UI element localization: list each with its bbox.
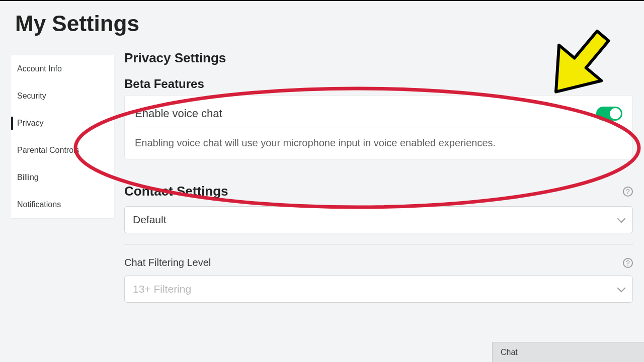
sidebar-item-account-info[interactable]: Account Info (11, 55, 114, 82)
sidebar-item-billing[interactable]: Billing (11, 164, 114, 191)
divider (124, 314, 633, 314)
page-title: My Settings (0, 1, 644, 41)
help-icon[interactable]: ? (623, 187, 633, 197)
enable-voice-chat-row: Enable voice chat (135, 103, 622, 128)
sidebar-item-privacy[interactable]: Privacy (11, 110, 114, 137)
chat-bar-label: Chat (501, 348, 518, 357)
enable-voice-chat-description: Enabling voice chat will use your microp… (135, 128, 622, 149)
beta-features-card: Enable voice chat Enabling voice chat wi… (124, 95, 633, 159)
chat-filtering-label: Chat Filtering Level (124, 257, 211, 268)
contact-settings-select[interactable]: Default (124, 206, 633, 233)
sidebar-item-security[interactable]: Security (11, 82, 114, 110)
contact-settings-value: Default (133, 214, 167, 226)
settings-content: Privacy Settings Beta Features Enable vo… (114, 41, 633, 314)
settings-sidebar: Account Info Security Privacy Parental C… (11, 55, 114, 218)
chat-bar[interactable]: Chat (492, 342, 644, 362)
sidebar-item-notifications[interactable]: Notifications (11, 191, 114, 218)
sidebar-item-parental-controls[interactable]: Parental Controls (11, 137, 114, 164)
privacy-settings-heading: Privacy Settings (124, 50, 633, 66)
enable-voice-chat-toggle[interactable] (596, 107, 622, 121)
toggle-knob (610, 108, 621, 119)
help-icon[interactable]: ? (623, 258, 633, 268)
chevron-down-icon (617, 284, 626, 293)
chat-filtering-value: 13+ Filtering (133, 283, 191, 295)
contact-settings-heading: Contact Settings (124, 184, 228, 199)
enable-voice-chat-label: Enable voice chat (135, 107, 222, 120)
beta-features-heading: Beta Features (124, 77, 633, 91)
chevron-down-icon (617, 215, 626, 223)
divider (124, 244, 633, 245)
chat-filtering-select[interactable]: 13+ Filtering (124, 276, 633, 303)
